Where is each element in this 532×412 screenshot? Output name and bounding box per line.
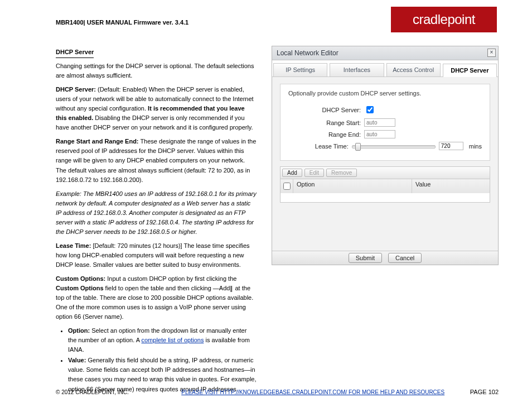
dialog-instruction: Optionally provide custom DHCP server se…: [288, 90, 482, 97]
tab-interfaces[interactable]: Interfaces: [330, 63, 384, 76]
page-prefix: PAGE: [470, 389, 489, 395]
lease-time-controls: mins: [352, 142, 482, 150]
dialog-spacer: [272, 207, 498, 251]
custom-options-mid: Custom Options: [56, 285, 104, 291]
knowledgebase-link[interactable]: PLEASE VISIT HTTP://KNOWLEDGEBASE.CRADLE…: [181, 389, 444, 395]
row-dhcp-server: DHCP Server:: [288, 104, 482, 115]
dhcp-server-label: DHCP Server:: [56, 86, 96, 93]
local-network-editor-dialog: Local Network Editor × IP Settings Inter…: [272, 46, 499, 265]
tab-ip-settings[interactable]: IP Settings: [273, 63, 327, 76]
tab-access-control[interactable]: Access Control: [386, 63, 441, 76]
body-text-column: DHCP Server Changing settings for the DH…: [56, 47, 257, 399]
bullet-value-text: Generally this field should be a string,…: [68, 357, 257, 392]
dialog-footer: Submit Cancel: [272, 251, 498, 265]
row-range-start: Range Start:: [288, 118, 482, 127]
column-option[interactable]: Option: [293, 179, 412, 193]
mins-label: mins: [469, 143, 482, 150]
submit-button[interactable]: Submit: [349, 253, 382, 263]
custom-options-toolbar: Add Edit Remove: [280, 166, 490, 179]
custom-options-grid-body: [280, 193, 490, 203]
manual-header: MBR1400| USER MANUAL Firmware ver. 3.4.1: [56, 19, 188, 26]
bullet-value-label: Value:: [68, 357, 86, 363]
row-lease-time: Lease Time: mins: [288, 142, 482, 150]
options-bullet-list: Option: Select an option from the dropdo…: [68, 326, 257, 394]
select-all-cell[interactable]: [280, 179, 293, 193]
section-intro: Changing settings for the DHCP server is…: [56, 61, 257, 80]
custom-options-paragraph: Custom Options: Input a custom DHCP opti…: [56, 274, 257, 322]
bullet-option-label: Option:: [68, 327, 90, 334]
dhcp-server-checkbox[interactable]: [366, 106, 374, 113]
dialog-title-text: Local Network Editor: [277, 49, 338, 57]
field-label-dhcp-server: DHCP Server:: [288, 107, 364, 113]
dialog-tabs: IP Settings Interfaces Access Control DH…: [272, 60, 498, 77]
custom-options-text-a: Input a custom DHCP option by first clic…: [105, 275, 236, 282]
example-paragraph: Example: The MBR1400 uses an IP address …: [56, 189, 257, 237]
select-all-checkbox[interactable]: [283, 183, 291, 190]
custom-options-label: Custom Options:: [56, 275, 105, 282]
copyright-pad: [129, 389, 181, 395]
dialog-titlebar: Local Network Editor ×: [272, 46, 498, 60]
example-text: The MBR1400 uses an IP address of 192.16…: [56, 190, 257, 235]
add-button[interactable]: Add: [282, 169, 302, 177]
dialog-body: Optionally provide custom DHCP server se…: [272, 77, 498, 207]
slider-thumb[interactable]: [355, 143, 361, 151]
row-range-end: Range End:: [288, 130, 482, 138]
page-number-value: 102: [489, 389, 499, 395]
list-item: Value: Generally this field should be a …: [68, 356, 257, 394]
lease-time-label: Lease Time:: [56, 242, 91, 249]
edit-button[interactable]: Edit: [304, 169, 324, 177]
cancel-button[interactable]: Cancel: [388, 253, 422, 263]
lease-time-paragraph: Lease Time: [Default: 720 minutes (12 ho…: [56, 241, 257, 270]
range-text: These designate the range of values in t…: [56, 138, 256, 183]
dhcp-server-paragraph: DHCP Server: (Default: Enabled) When the…: [56, 85, 257, 132]
range-end-input[interactable]: [364, 130, 395, 138]
range-paragraph: Range Start and Range End: These designa…: [56, 137, 257, 184]
field-label-range-end: Range End:: [288, 131, 364, 138]
brand-logo: cradlepoint: [391, 7, 497, 32]
iana-options-link[interactable]: complete list of options: [141, 337, 204, 343]
lease-time-input[interactable]: [439, 142, 463, 150]
column-value[interactable]: Value: [412, 179, 490, 193]
field-label-lease-time: Lease Time:: [288, 143, 352, 150]
remove-button[interactable]: Remove: [326, 169, 357, 177]
slider-track: [352, 145, 436, 148]
range-start-input[interactable]: [364, 118, 395, 127]
list-item: Option: Select an option from the dropdo…: [68, 326, 257, 354]
page-number: PAGE 102: [470, 389, 499, 395]
section-heading: DHCP Server: [56, 47, 94, 58]
range-label: Range Start and Range End:: [56, 138, 139, 145]
field-label-range-start: Range Start:: [288, 119, 364, 126]
dhcp-settings-panel: Optionally provide custom DHCP server se…: [280, 84, 490, 161]
copyright-text: © 2012 CRADLEPOINT, INC.: [56, 389, 129, 395]
lease-time-slider[interactable]: [352, 142, 436, 150]
copyright-line: © 2012 CRADLEPOINT, INC. PLEASE VISIT HT…: [56, 389, 444, 395]
custom-options-grid-header: Option Value: [280, 179, 490, 193]
close-icon[interactable]: ×: [487, 49, 496, 57]
example-head: Example:: [56, 190, 81, 197]
tab-dhcp-server[interactable]: DHCP Server: [443, 64, 497, 77]
